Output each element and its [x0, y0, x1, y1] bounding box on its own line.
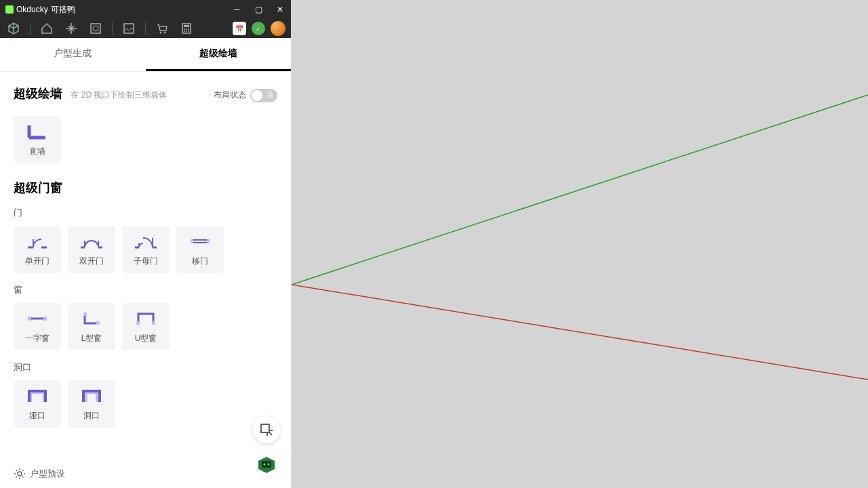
avatar[interactable] — [271, 21, 285, 36]
tool-sliding-door[interactable]: 移门 — [176, 226, 224, 273]
tool-straight-window[interactable]: 一字窗 — [14, 303, 61, 350]
logo-icon — [5, 5, 14, 14]
tool-label: 移门 — [192, 256, 208, 267]
svg-point-7 — [184, 28, 185, 30]
svg-rect-6 — [184, 25, 189, 27]
tool-straight-wall[interactable]: 直墙 — [14, 116, 61, 163]
move-icon[interactable] — [63, 20, 79, 37]
tool-label: L型窗 — [81, 333, 102, 344]
gear-icon — [14, 468, 26, 480]
arch-opening-icon — [25, 386, 50, 406]
footer-label: 户型预设 — [30, 468, 65, 480]
svg-rect-27 — [136, 321, 140, 325]
viewport-canvas[interactable] — [292, 0, 868, 488]
svg-point-35 — [268, 464, 270, 466]
tabs: 户型生成 超级绘墙 — [0, 38, 291, 72]
robot-icon — [254, 451, 279, 476]
ai-assist-button[interactable] — [253, 416, 280, 443]
footer-settings[interactable]: 户型预设 — [14, 468, 65, 480]
tab-super-wall[interactable]: 超级绘墙 — [146, 38, 292, 71]
svg-point-10 — [184, 30, 185, 32]
svg-rect-18 — [191, 239, 193, 243]
tool-mother-door[interactable]: 子母门 — [122, 226, 170, 273]
calculator-icon[interactable] — [178, 20, 195, 37]
toggle-label: 布局状态 — [214, 89, 246, 101]
tool-label: U型窗 — [135, 333, 157, 344]
cube-icon[interactable] — [5, 20, 22, 37]
tool-label: 一字窗 — [25, 333, 50, 344]
svg-rect-22 — [28, 317, 31, 321]
tool-arch-opening[interactable]: 垭口 — [14, 380, 61, 428]
svg-point-31 — [18, 472, 22, 476]
svg-point-9 — [188, 28, 189, 30]
brand-text: Okducky — [16, 5, 48, 14]
image-icon[interactable] — [121, 20, 137, 37]
sub-opening: 洞口 — [14, 361, 277, 373]
app-logo: Okducky 可搭鸭 — [5, 4, 75, 16]
l-window-icon — [79, 308, 104, 329]
svg-rect-33 — [262, 461, 271, 468]
tool-u-window[interactable]: U型窗 — [122, 303, 170, 350]
svg-point-34 — [264, 464, 266, 466]
calendar-icon[interactable]: 📅 — [233, 22, 246, 35]
svg-point-11 — [186, 30, 187, 32]
svg-rect-29 — [32, 394, 43, 402]
svg-point-1 — [93, 26, 98, 31]
sub-window: 窗 — [14, 284, 277, 296]
svg-rect-30 — [87, 394, 96, 402]
svg-rect-32 — [261, 424, 269, 432]
svg-rect-26 — [96, 321, 100, 325]
svg-point-3 — [160, 32, 162, 34]
separator — [145, 22, 146, 35]
tool-single-door[interactable]: 单开门 — [14, 226, 61, 273]
straight-window-icon — [25, 308, 50, 329]
separator — [30, 22, 31, 35]
tool-double-door[interactable]: 双开门 — [68, 226, 115, 273]
sparkle-icon — [259, 422, 274, 437]
tool-label: 垭口 — [29, 410, 45, 422]
tool-hole-opening[interactable]: 洞口 — [68, 380, 115, 428]
verified-icon[interactable]: ✓ — [252, 22, 265, 35]
home-icon[interactable] — [39, 20, 55, 37]
svg-rect-28 — [152, 321, 155, 325]
panel-subtitle: 在 2D 视口下绘制三维墙体 — [71, 90, 167, 100]
minimize-button[interactable]: ─ — [229, 3, 245, 16]
titlebar: Okducky 可搭鸭 ─ ▢ ✕ — [0, 0, 291, 19]
svg-rect-23 — [43, 317, 47, 321]
maximize-button[interactable]: ▢ — [250, 3, 267, 16]
svg-line-36 — [292, 95, 868, 285]
svg-point-12 — [188, 30, 189, 32]
close-button[interactable]: ✕ — [272, 3, 288, 16]
tool-l-window[interactable]: L型窗 — [68, 303, 115, 350]
svg-line-37 — [292, 285, 868, 380]
tool-label: 洞口 — [83, 410, 100, 422]
hole-opening-icon — [79, 386, 104, 406]
tools-panel: 超级绘墙 在 2D 视口下绘制三维墙体 布局状态 关 直墙 超级门窗 门 — [0, 72, 291, 488]
layout-toggle[interactable]: 关 — [250, 89, 277, 102]
svg-point-4 — [164, 32, 166, 34]
library-icon[interactable] — [87, 20, 104, 37]
separator — [112, 22, 113, 35]
tool-label: 子母门 — [134, 256, 158, 267]
svg-point-8 — [186, 28, 187, 30]
sub-door: 门 — [14, 207, 277, 219]
panel-title: 超级绘墙 — [14, 87, 62, 100]
svg-rect-25 — [83, 312, 87, 316]
tool-label: 双开门 — [79, 256, 104, 267]
sliding-door-icon — [188, 231, 212, 251]
svg-rect-0 — [91, 24, 100, 33]
toggle-off-label: 关 — [267, 90, 274, 100]
tab-layout-generate[interactable]: 户型生成 — [0, 38, 146, 71]
straight-wall-icon — [25, 121, 50, 142]
svg-rect-19 — [207, 239, 210, 243]
tool-label: 直墙 — [29, 146, 45, 157]
assistant-button[interactable] — [253, 450, 280, 477]
single-door-icon — [25, 231, 50, 251]
mother-door-icon — [134, 231, 158, 251]
cart-icon[interactable] — [154, 20, 170, 37]
double-door-icon — [79, 231, 104, 251]
tool-label: 单开门 — [25, 256, 50, 267]
canvas-svg — [292, 0, 868, 488]
main-toolbar: 📅 ✓ — [0, 19, 291, 38]
section-doorwin: 超级门窗 — [14, 180, 277, 196]
